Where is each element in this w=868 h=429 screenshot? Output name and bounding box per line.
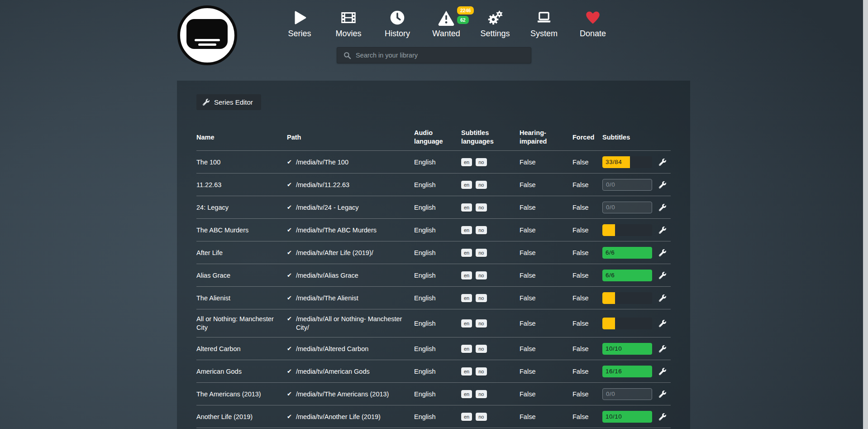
edit-series-button[interactable] xyxy=(659,368,666,375)
subtitles-languages: en no xyxy=(461,319,520,328)
language-badge[interactable]: no xyxy=(476,367,486,376)
hearing-impaired-value: False xyxy=(520,367,572,376)
language-badge[interactable]: no xyxy=(476,345,486,353)
bazarr-logo[interactable] xyxy=(177,5,237,65)
search-input[interactable] xyxy=(356,48,531,63)
edit-series-button[interactable] xyxy=(659,345,666,352)
nav-label: Wanted xyxy=(432,29,460,39)
series-path: /media/tv/Another Life (2019) xyxy=(296,413,381,421)
edit-series-button[interactable] xyxy=(659,390,666,398)
audio-language: English xyxy=(414,271,461,280)
language-badge[interactable]: no xyxy=(476,203,486,212)
forced-value: False xyxy=(572,319,602,328)
path-verified-check-icon: ✔ xyxy=(287,272,292,280)
subtitles-progress-bar xyxy=(602,292,652,304)
language-badge[interactable]: en xyxy=(461,345,472,353)
language-badge[interactable]: en xyxy=(461,203,472,212)
language-badge[interactable]: en xyxy=(461,319,472,328)
wrench-icon xyxy=(659,345,666,352)
language-badge[interactable]: en xyxy=(461,249,472,257)
nav-item-history[interactable]: History xyxy=(373,7,422,39)
nav-item-movies[interactable]: Movies xyxy=(324,7,373,39)
series-path: /media/tv/American Gods xyxy=(296,367,370,376)
subtitles-languages: en no xyxy=(461,345,520,353)
language-badge[interactable]: no xyxy=(476,271,486,280)
language-badge[interactable]: no xyxy=(476,294,486,302)
audio-language: English xyxy=(414,367,461,376)
nav-item-series[interactable]: Series xyxy=(275,7,324,39)
nav-item-donate[interactable]: Donate xyxy=(568,7,617,39)
main-navigation: Series Movies History Wanted 2246 62 xyxy=(275,7,617,39)
table-row: Another Life (2019) ✔ /media/tv/Another … xyxy=(196,405,671,428)
language-badge[interactable]: no xyxy=(476,158,486,166)
language-badge[interactable]: en xyxy=(461,181,472,189)
series-path: /media/tv/24 - Legacy xyxy=(296,203,359,212)
series-editor-button[interactable]: Series Editor xyxy=(196,94,261,110)
edit-series-button[interactable] xyxy=(659,294,666,302)
path-verified-check-icon: ✔ xyxy=(287,249,292,257)
path-verified-check-icon: ✔ xyxy=(287,345,292,353)
language-badge[interactable]: no xyxy=(476,413,486,421)
series-path-cell: ✔ /media/tv/The Alienist xyxy=(287,294,414,303)
nav-item-wanted[interactable]: Wanted 2246 62 xyxy=(422,7,471,39)
edit-series-button[interactable] xyxy=(659,204,666,211)
forced-value: False xyxy=(572,203,602,212)
table-row: All or Nothing: Manchester City ✔ /media… xyxy=(196,309,671,337)
subtitles-bar-fill xyxy=(602,318,615,329)
nav-item-system[interactable]: System xyxy=(520,7,568,39)
language-badge[interactable]: no xyxy=(476,249,486,257)
warning-triangle-icon xyxy=(437,7,455,28)
table-row: Alias Grace ✔ /media/tv/Alias Grace Engl… xyxy=(196,264,671,286)
language-badge[interactable]: en xyxy=(461,390,472,398)
language-badge[interactable]: en xyxy=(461,413,472,421)
nav-label: History xyxy=(385,29,410,39)
audio-language: English xyxy=(414,319,461,328)
language-badge[interactable]: en xyxy=(461,158,472,166)
edit-series-button[interactable] xyxy=(659,249,666,256)
language-badge[interactable]: en xyxy=(461,271,472,280)
subtitles-bar-fill xyxy=(602,292,615,304)
column-header-subtitles-languages: Subtitles languages xyxy=(461,129,520,146)
path-verified-check-icon: ✔ xyxy=(287,181,292,189)
wrench-icon xyxy=(659,159,666,166)
forced-value: False xyxy=(572,390,602,399)
edit-series-button[interactable] xyxy=(659,227,666,234)
series-path-cell: ✔ /media/tv/Another Life (2019) xyxy=(287,413,414,421)
audio-language: English xyxy=(414,203,461,212)
series-name: 11.22.63 xyxy=(196,181,287,189)
language-badge[interactable]: no xyxy=(476,181,486,189)
language-badge[interactable]: en xyxy=(461,226,472,234)
table-row: The ABC Murders ✔ /media/tv/The ABC Murd… xyxy=(196,218,671,241)
audio-language: English xyxy=(414,249,461,257)
play-icon xyxy=(291,7,308,28)
wrench-icon xyxy=(659,204,666,211)
subtitles-languages: en no xyxy=(461,413,520,421)
path-verified-check-icon: ✔ xyxy=(287,227,292,234)
subtitles-languages: en no xyxy=(461,271,520,280)
hearing-impaired-value: False xyxy=(520,181,572,189)
subtitles-languages: en no xyxy=(461,249,520,257)
edit-series-button[interactable] xyxy=(659,272,666,279)
edit-series-button[interactable] xyxy=(659,413,666,420)
scrollbar[interactable] xyxy=(863,0,868,429)
subtitles-progress-bar: 16/16 xyxy=(602,366,652,377)
language-badge[interactable]: en xyxy=(461,367,472,376)
series-name: After Life xyxy=(196,249,287,257)
series-path-cell: ✔ /media/tv/All or Nothing- Manchester C… xyxy=(287,315,414,332)
audio-language: English xyxy=(414,345,461,353)
series-editor-panel: Series Editor Name Path Audio language S… xyxy=(177,81,690,429)
language-badge[interactable]: no xyxy=(476,390,486,398)
path-verified-check-icon: ✔ xyxy=(287,204,292,212)
table-row: The Alienist ✔ /media/tv/The Alienist En… xyxy=(196,286,671,309)
subtitles-bar-label: 6/6 xyxy=(606,271,615,280)
forced-value: False xyxy=(572,249,602,257)
language-badge[interactable]: no xyxy=(476,226,486,234)
edit-series-button[interactable] xyxy=(659,320,666,327)
edit-series-button[interactable] xyxy=(659,159,666,166)
language-badge[interactable]: no xyxy=(476,319,486,328)
language-badge[interactable]: en xyxy=(461,294,472,302)
audio-language: English xyxy=(414,390,461,399)
edit-series-button[interactable] xyxy=(659,181,666,188)
forced-value: False xyxy=(572,158,602,167)
nav-item-settings[interactable]: Settings xyxy=(471,7,520,39)
